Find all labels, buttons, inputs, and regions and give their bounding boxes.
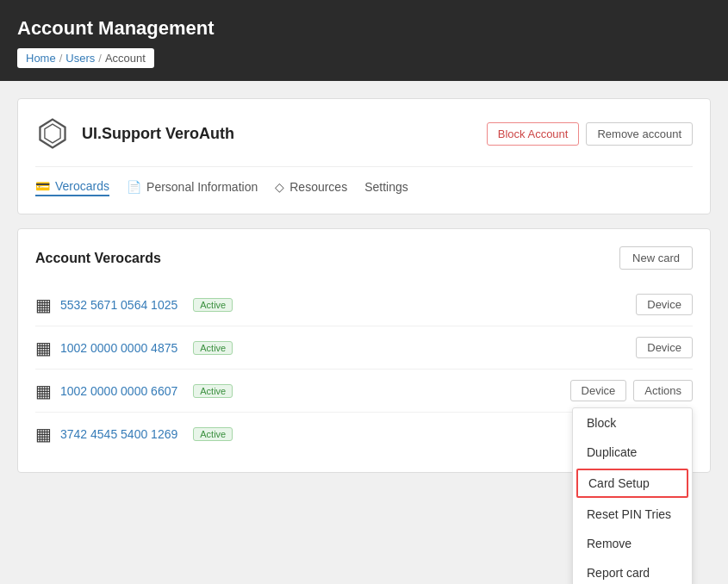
account-card: UI.Support VeroAuth Block Account Remove… — [17, 98, 711, 214]
tab-settings[interactable]: Settings — [364, 179, 408, 196]
breadcrumb-current: Account — [105, 52, 146, 65]
account-header: UI.Support VeroAuth Block Account Remove… — [35, 116, 693, 151]
tab-nav: 💳 Verocards 📄 Personal Information ◇ Res… — [35, 166, 693, 196]
card-icon: ▦ — [35, 338, 52, 358]
account-logo — [35, 116, 70, 151]
new-card-button[interactable]: New card — [619, 246, 693, 270]
status-badge: Active — [193, 427, 233, 441]
resources-tab-icon: ◇ — [275, 180, 284, 194]
tab-verocards-label: Verocards — [55, 179, 109, 193]
card-number: 5532 5671 0564 1025 — [60, 298, 177, 312]
tab-settings-label: Settings — [364, 180, 408, 194]
card-number: 1002 0000 0000 6607 — [60, 384, 177, 398]
device-button[interactable]: Device — [636, 294, 693, 315]
status-badge: Active — [193, 384, 233, 398]
svg-marker-1 — [45, 124, 60, 143]
card-right: Device — [636, 294, 693, 315]
device-button[interactable]: Device — [636, 337, 693, 358]
table-row: ▦ 5532 5671 0564 1025 Active Device — [35, 283, 693, 326]
card-icon: ▦ — [35, 295, 52, 315]
status-badge: Active — [193, 298, 233, 312]
tab-verocards[interactable]: 💳 Verocards — [35, 179, 109, 196]
card-number: 1002 0000 0000 4875 — [60, 341, 177, 355]
card-right: Device Actions — [570, 380, 693, 401]
verocards-section: Account Verocards New card ▦ 5532 5671 0… — [17, 228, 711, 473]
table-row: ▦ 1002 0000 0000 6607 Active Device Acti… — [35, 370, 693, 413]
table-row: ▦ 1002 0000 0000 4875 Active Device — [35, 326, 693, 370]
tab-resources[interactable]: ◇ Resources — [275, 179, 347, 196]
section-header: Account Verocards New card — [35, 246, 693, 270]
account-actions: Block Account Remove account — [487, 122, 693, 146]
dropdown-item-block[interactable]: Block — [573, 408, 692, 438]
actions-dropdown: Block Duplicate Card Setup Reset PIN Tri… — [572, 407, 693, 584]
block-account-button[interactable]: Block Account — [487, 122, 580, 146]
section-title: Account Verocards — [35, 251, 161, 266]
verocards-tab-icon: 💳 — [35, 179, 50, 193]
tab-personal-info[interactable]: 📄 Personal Information — [127, 179, 258, 196]
dropdown-item-remove[interactable]: Remove — [573, 529, 692, 558]
tab-personal-info-label: Personal Information — [146, 180, 258, 194]
card-icon: ▦ — [35, 381, 52, 401]
tab-resources-label: Resources — [289, 180, 347, 194]
page-title: Account Management — [17, 17, 711, 40]
breadcrumb-home[interactable]: Home — [26, 52, 56, 65]
card-left: ▦ 5532 5671 0564 1025 Active — [35, 295, 233, 315]
card-icon: ▦ — [35, 424, 52, 444]
device-button[interactable]: Device — [570, 380, 627, 401]
card-left: ▦ 3742 4545 5400 1269 Active — [35, 424, 233, 444]
personal-info-tab-icon: 📄 — [127, 180, 141, 194]
veroauth-logo-icon — [35, 115, 70, 152]
actions-button[interactable]: Actions — [633, 380, 693, 401]
header: Account Management Home / Users / Accoun… — [0, 0, 728, 81]
card-number: 3742 4545 5400 1269 — [60, 427, 177, 441]
breadcrumb-sep1: / — [59, 52, 63, 65]
card-right: Device — [636, 337, 693, 358]
main-content: UI.Support VeroAuth Block Account Remove… — [0, 81, 728, 490]
remove-account-button[interactable]: Remove account — [586, 122, 693, 146]
account-info: UI.Support VeroAuth — [35, 116, 234, 151]
dropdown-item-reset-pin[interactable]: Reset PIN Tries — [573, 500, 692, 529]
dropdown-item-card-setup[interactable]: Card Setup — [576, 469, 688, 498]
breadcrumb-users[interactable]: Users — [65, 52, 95, 65]
card-left: ▦ 1002 0000 0000 6607 Active — [35, 381, 233, 401]
dropdown-item-report-card[interactable]: Report card — [573, 558, 692, 584]
dropdown-item-duplicate[interactable]: Duplicate — [573, 438, 692, 467]
card-left: ▦ 1002 0000 0000 4875 Active — [35, 338, 233, 358]
breadcrumb-sep2: / — [98, 52, 102, 65]
account-name: UI.Support VeroAuth — [82, 125, 234, 143]
breadcrumb: Home / Users / Account — [17, 48, 154, 68]
status-badge: Active — [193, 341, 233, 355]
